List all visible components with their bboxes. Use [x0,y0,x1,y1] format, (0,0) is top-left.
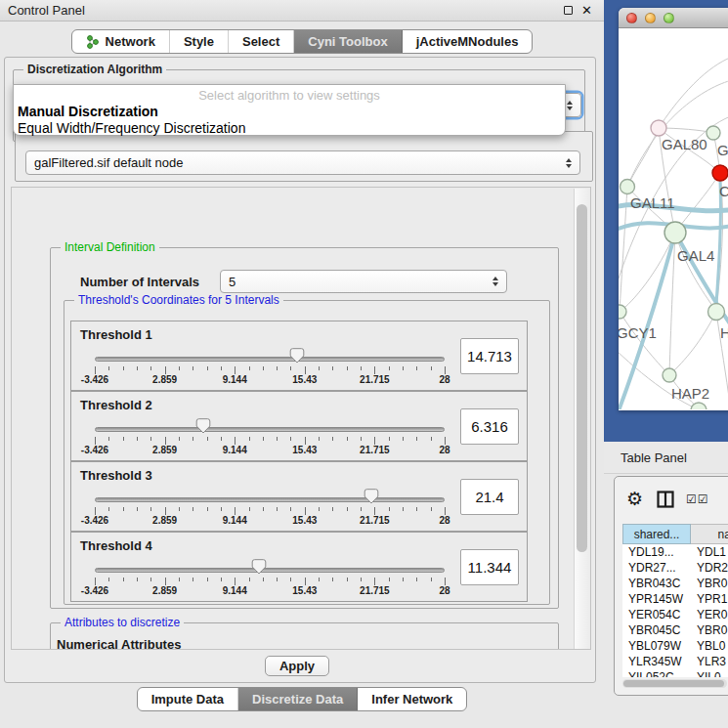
tick-label: 21.715 [360,445,390,455]
network-node-label: GAL4 [677,247,714,264]
float-window-icon[interactable] [564,6,573,15]
threshold-label: Threshold 2 [80,398,152,412]
table-cell: YBL079W [622,638,691,654]
network-edge[interactable] [659,56,728,128]
network-icon [86,35,100,49]
slider-thumb[interactable] [195,418,211,434]
close-icon[interactable]: ✕ [581,4,592,17]
threshold-row-3: Threshold 3-3.4262.8599.14415.4321.71528… [70,461,528,532]
tab-cyni-toolbox[interactable]: Cyni Toolbox [294,30,402,53]
table-row[interactable]: YDL19...YDL1 [622,544,728,560]
bottom-tab-infer-network[interactable]: Infer Network [358,688,466,710]
network-node-label: GAL11 [630,194,675,211]
threshold-value-field[interactable]: 21.4 [460,479,519,515]
slider-thumb[interactable] [251,559,267,575]
table-data-section: Table Data galFiltered.sif default node [15,131,593,182]
slider-thumb[interactable] [289,348,305,364]
bottom-tab-discretize-data[interactable]: Discretize Data [238,688,358,710]
settings-scrollbar[interactable] [574,189,589,650]
threshold-value-field[interactable]: 11.344 [460,549,519,585]
network-edge[interactable] [669,312,716,375]
tab-label: jActiveMNodules [416,34,519,49]
table-cell: YIL0 [691,669,728,677]
apply-button[interactable]: Apply [265,656,329,676]
tick-label: 28 [439,374,450,385]
network-node[interactable] [664,222,686,243]
gear-icon[interactable]: ⚙ [626,488,643,510]
interval-definition-section: Interval Definition Number of Intervals … [50,247,559,609]
table-row[interactable]: YBR045CYBR0 [622,622,728,638]
network-node[interactable] [663,368,676,382]
interval-definition-title: Interval Definition [61,240,159,254]
select-columns-icon[interactable]: ☑☑ [686,492,709,506]
column-header-name[interactable]: name [691,524,728,544]
table-cell: YPR145W [622,591,691,607]
table-cell: YER0 [691,607,728,622]
bottom-tab-impute-data[interactable]: Impute Data [138,688,238,710]
close-traffic-light-icon[interactable] [626,13,637,23]
threshold-row-2: Threshold 2-3.4262.8599.14415.4321.71528… [70,391,528,461]
network-edge[interactable] [620,233,675,312]
tick-label: 9.144 [223,374,247,385]
dropdown-option-equal-width[interactable]: Equal Width/Frequency Discretization [18,120,245,136]
tick-label: 15.43 [292,515,317,526]
minimize-traffic-light-icon[interactable] [645,13,656,23]
algorithm-dropdown-popup: Select algorithm to view settings Manual… [13,84,566,136]
network-node[interactable] [708,304,725,321]
tick-label: 15.43 [292,585,317,596]
tick-label: 15.43 [292,445,317,455]
network-edge[interactable] [627,128,659,187]
table-row[interactable]: YIL052CYIL0 [622,669,728,677]
dropdown-option-manual[interactable]: Manual Discretization [18,104,158,119]
network-view-window[interactable]: GAL80GALCGAL11GAL4GCY1HHAP2 [619,8,728,410]
slider-tick-labels: -3.4262.8599.14415.4321.71528 [95,585,445,597]
table-cell: YDR2 [691,560,728,576]
threshold-value-field[interactable]: 14.713 [460,338,519,374]
threshold-value-field[interactable]: 6.316 [460,408,519,445]
network-node[interactable] [621,180,635,194]
network-node[interactable] [651,120,666,136]
table-row[interactable]: YPR145WYPR1 [622,591,728,607]
tick-label: 2.859 [152,515,177,526]
table-cell: YBL0 [691,638,728,654]
slider-track[interactable] [95,568,445,573]
table-cell: YDR27... [622,560,691,576]
network-node-label: GCY1 [619,324,657,341]
network-node[interactable] [712,165,728,181]
network-window-titlebar[interactable] [619,8,728,28]
table-row[interactable]: YDR27...YDR2 [622,560,728,576]
tick-label: 21.715 [360,374,390,385]
table-rows: YDL19...YDL1YDR27...YDR2YBR043CYBR0YPR14… [622,544,728,677]
table-row[interactable]: YLR345WYLR3 [622,654,728,669]
network-edge[interactable] [620,312,669,375]
network-node-label: GAL80 [662,136,707,152]
table-data-combobox[interactable]: galFiltered.sif default node [25,150,580,175]
table-row[interactable]: YBL079WYBL0 [622,638,728,654]
slider-track[interactable] [95,357,445,362]
slider-thumb[interactable] [364,489,379,504]
table-row[interactable]: YER054CYER0 [622,607,728,622]
tab-style[interactable]: Style [170,30,229,53]
settings-scrollbar-thumb[interactable] [577,204,587,552]
table-data-value: galFiltered.sif default node [34,155,183,170]
tick-label: 9.144 [223,515,247,526]
number-of-intervals-combobox[interactable]: 5 [220,270,507,293]
zoom-traffic-light-icon[interactable] [664,13,674,23]
table-horizontal-scrollbar[interactable] [622,679,727,688]
network-edge-highlighted[interactable] [619,233,675,409]
slider-track[interactable] [95,427,445,432]
network-canvas[interactable]: GAL80GALCGAL11GAL4GCY1HHAP2 [619,28,728,409]
slider-track[interactable] [95,497,445,502]
network-node[interactable] [707,126,720,140]
tab-network[interactable]: Network [72,30,170,53]
tab-label: Impute Data [151,692,224,707]
bottom-tab-bar: Impute DataDiscretize DataInfer Network [0,687,604,711]
panel-title: Control Panel [8,3,85,18]
table-row[interactable]: YBR043CYBR0 [622,576,728,591]
tab-jactivemnodules[interactable]: jActiveMNodules [403,30,533,53]
column-header-shared-name[interactable]: shared... [622,524,691,544]
tab-select[interactable]: Select [229,30,294,53]
slider-tick-labels: -3.4262.8599.14415.4321.71528 [95,515,445,527]
columns-icon[interactable] [657,491,674,508]
network-node[interactable] [619,305,626,319]
